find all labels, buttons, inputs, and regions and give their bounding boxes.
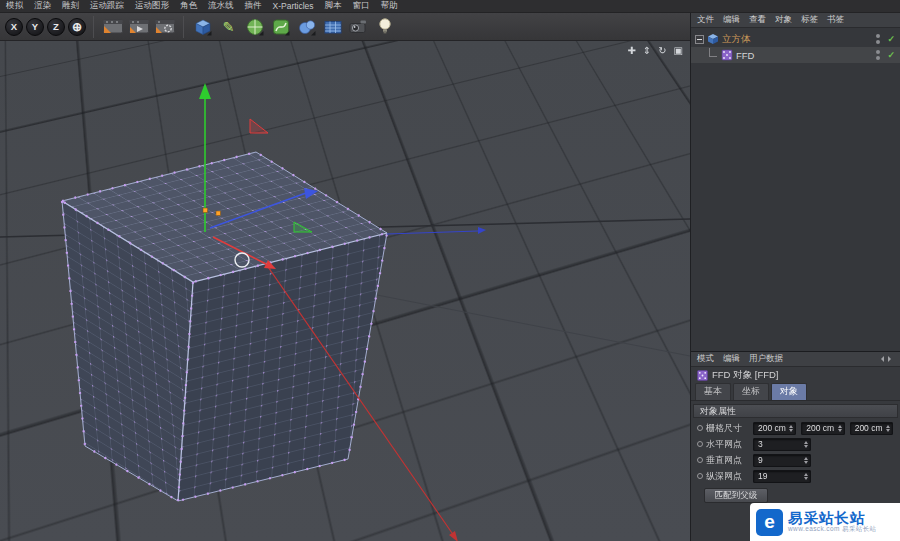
om-menu-objects[interactable]: 对象 [775, 14, 792, 26]
menu-item-render[interactable]: 渲染 [34, 0, 51, 12]
editor-visibility-dot[interactable] [876, 34, 880, 38]
keyframe-dot-icon[interactable] [697, 425, 703, 431]
object-row-ffd[interactable]: FFD ✓ [691, 47, 900, 63]
menu-item-sculpt[interactable]: 雕刻 [62, 0, 79, 12]
menu-item-character[interactable]: 角色 [180, 0, 197, 12]
grid-size-z-field[interactable]: 200 cm [850, 422, 893, 435]
floor-environment-button[interactable] [321, 15, 344, 38]
vertical-points-field[interactable]: 9 [753, 454, 811, 467]
menu-item-window[interactable]: 窗口 [353, 0, 370, 12]
volume-builder-icon [298, 18, 316, 36]
history-back-icon[interactable] [878, 356, 884, 362]
om-menu-view[interactable]: 查看 [749, 14, 766, 26]
render-active-view-button[interactable] [127, 15, 150, 38]
editor-visibility-dot[interactable] [876, 50, 880, 54]
tab-basic[interactable]: 基本 [695, 383, 731, 400]
rotate-view-icon[interactable]: ↻ [658, 45, 666, 56]
spinner-icon[interactable] [789, 425, 793, 432]
deformer-button[interactable] [269, 15, 292, 38]
gizmo-plane-handle-red[interactable] [250, 119, 268, 133]
menu-item-xparticles[interactable]: X-Particles [273, 1, 314, 11]
grid-size-x-field[interactable]: 200 cm [753, 422, 796, 435]
spinner-icon[interactable] [804, 473, 808, 480]
primitive-cube-button[interactable] [191, 15, 214, 38]
watermark: e 易采站长站 www.easck.com 易采站长站 [750, 503, 900, 541]
render-active-view-icon [129, 19, 149, 34]
visibility-toggles[interactable] [876, 50, 880, 60]
attribute-tabs: 基本 坐标 对象 [691, 384, 900, 401]
render-visibility-dot[interactable] [876, 40, 880, 44]
menu-item-motion-tracking[interactable]: 运动跟踪 [90, 0, 124, 12]
floor-icon [324, 19, 342, 35]
object-name-cube[interactable]: 立方体 [722, 33, 751, 46]
attribute-title: FFD 对象 [FFD] [712, 369, 779, 382]
object-properties-section[interactable]: 对象属性 [693, 404, 898, 418]
grid-size-y-field[interactable]: 200 cm [801, 422, 844, 435]
enabled-check-icon[interactable]: ✓ [887, 34, 895, 44]
perspective-viewport[interactable]: ✚ ⇕ ↻ ▣ [0, 41, 690, 541]
render-view-icon [103, 19, 123, 34]
fit-to-parent-button[interactable]: 匹配到父级 [704, 488, 768, 503]
om-menu-file[interactable]: 文件 [697, 14, 714, 26]
depth-points-label: 纵深网点 [706, 470, 750, 483]
vertical-points-label: 垂直网点 [706, 454, 750, 467]
om-menu-edit[interactable]: 编辑 [723, 14, 740, 26]
menu-item-simulate[interactable]: 模拟 [6, 0, 23, 12]
menu-item-pipeline[interactable]: 流水线 [208, 0, 234, 12]
camera-button[interactable] [347, 15, 370, 38]
maximize-view-icon[interactable]: ▣ [674, 45, 683, 56]
selected-ffd-point[interactable] [203, 208, 208, 213]
z-axis-lock-button[interactable]: Z [47, 18, 65, 36]
keyframe-dot-icon[interactable] [697, 473, 703, 479]
render-settings-button[interactable] [153, 15, 176, 38]
spinner-icon[interactable] [838, 425, 842, 432]
pen-spline-button[interactable]: ✎ [217, 15, 240, 38]
visibility-toggles[interactable] [876, 34, 880, 44]
x-axis-lock-button[interactable]: X [5, 18, 23, 36]
menu-item-script[interactable]: 脚本 [325, 0, 342, 12]
spinner-icon[interactable] [804, 457, 808, 464]
camera-icon [349, 19, 369, 34]
menu-item-plugins[interactable]: 插件 [245, 0, 262, 12]
menu-item-help[interactable]: 帮助 [381, 0, 398, 12]
tab-coordinates[interactable]: 坐标 [733, 383, 769, 400]
vertical-points-row: 垂直网点 9 [691, 452, 900, 468]
spinner-icon[interactable] [886, 425, 890, 432]
coordinate-system-button[interactable]: ⊕ [68, 18, 86, 36]
am-menu-mode[interactable]: 模式 [697, 353, 714, 365]
depth-points-value: 19 [758, 471, 802, 481]
selected-ffd-point[interactable] [216, 211, 221, 216]
horizontal-points-row: 水平网点 3 [691, 436, 900, 452]
tab-object[interactable]: 对象 [771, 383, 807, 400]
render-visibility-dot[interactable] [876, 56, 880, 60]
am-menu-userdata[interactable]: 用户数据 [749, 353, 783, 365]
volume-builder-button[interactable] [295, 15, 318, 38]
om-menu-bookmarks[interactable]: 书签 [827, 14, 844, 26]
pan-view-icon[interactable]: ✚ [627, 45, 635, 56]
tree-branch-line [709, 48, 717, 57]
keyframe-dot-icon[interactable] [697, 457, 703, 463]
ffd-cube-object[interactable] [62, 152, 387, 501]
expand-collapse-icon[interactable] [695, 35, 704, 44]
object-manager: 文件 编辑 查看 对象 标签 书签 立方体 ✓ FFD [691, 13, 900, 352]
subdivision-surface-button[interactable] [243, 15, 266, 38]
cube-primitive-icon [194, 18, 212, 36]
light-button[interactable] [373, 15, 396, 38]
object-row-cube[interactable]: 立方体 ✓ [691, 31, 900, 47]
brand-url: www.easck.com 易采站长站 [788, 526, 877, 533]
om-menu-tags[interactable]: 标签 [801, 14, 818, 26]
keyframe-dot-icon[interactable] [697, 441, 703, 447]
am-menu-edit[interactable]: 编辑 [723, 353, 740, 365]
history-forward-icon[interactable] [888, 356, 894, 362]
render-view-button[interactable] [101, 15, 124, 38]
y-axis-lock-button[interactable]: Y [26, 18, 44, 36]
zoom-view-icon[interactable]: ⇕ [643, 45, 651, 56]
object-name-ffd[interactable]: FFD [736, 50, 754, 61]
enabled-check-icon[interactable]: ✓ [887, 50, 895, 60]
ffd-object-icon [721, 49, 733, 61]
spinner-icon[interactable] [804, 441, 808, 448]
cinema4d-window: 模拟 渲染 雕刻 运动跟踪 运动图形 角色 流水线 插件 X-Particles… [0, 0, 900, 541]
depth-points-field[interactable]: 19 [753, 470, 811, 483]
menu-item-mograph[interactable]: 运动图形 [135, 0, 169, 12]
horizontal-points-field[interactable]: 3 [753, 438, 811, 451]
